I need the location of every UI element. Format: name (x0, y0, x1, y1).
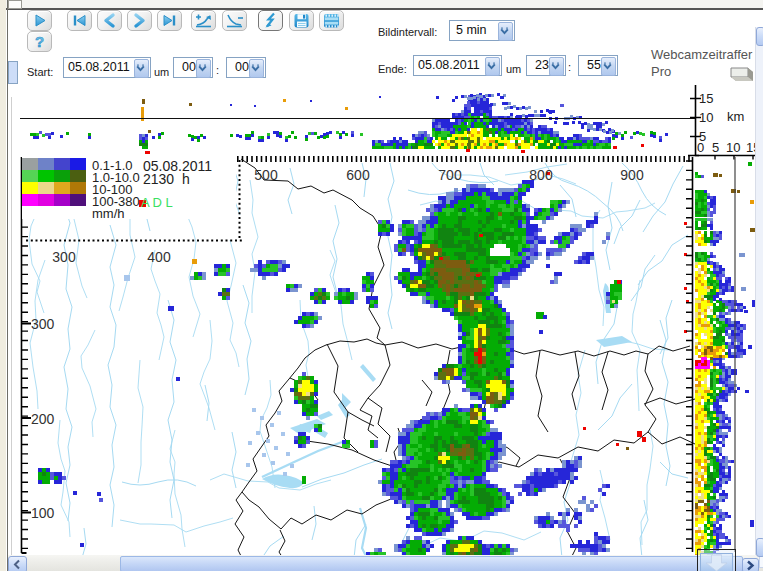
svg-text:900: 900 (620, 167, 644, 183)
svg-text:500: 500 (254, 167, 278, 183)
svg-text:800: 800 (529, 167, 553, 183)
svg-text:300: 300 (31, 316, 55, 332)
svg-text:A D L: A D L (141, 195, 173, 210)
svg-text:700: 700 (438, 167, 462, 183)
svg-text:mm/h: mm/h (92, 206, 125, 221)
svg-text:?: ? (35, 33, 44, 50)
svg-text:400: 400 (147, 249, 171, 265)
svg-text:15: 15 (699, 91, 713, 106)
svg-text:2130 h: 2130 h (143, 171, 190, 187)
svg-text:10: 10 (699, 110, 713, 125)
svg-text:100: 100 (31, 505, 55, 521)
svg-text:0: 0 (697, 140, 704, 155)
svg-text:200: 200 (31, 411, 55, 427)
svg-text:km: km (727, 109, 744, 124)
svg-text:5: 5 (712, 140, 719, 155)
svg-text:300: 300 (52, 249, 76, 265)
svg-text:600: 600 (346, 167, 370, 183)
svg-text:10: 10 (726, 140, 740, 155)
